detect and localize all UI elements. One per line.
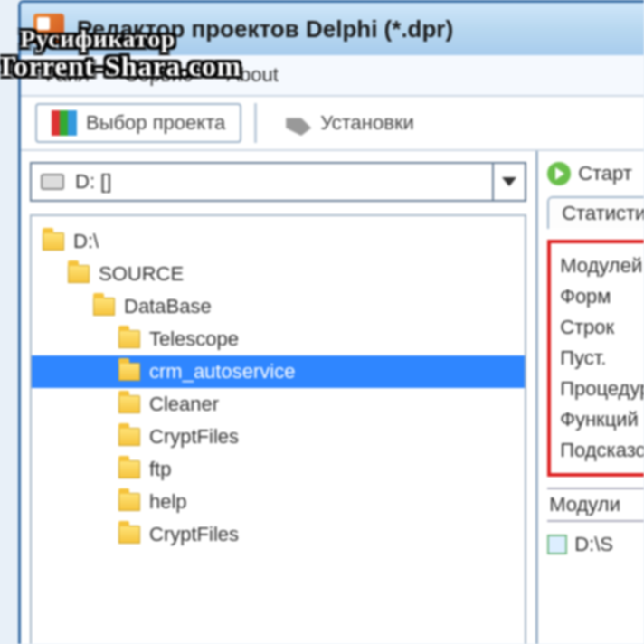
chevron-down-icon[interactable] (492, 164, 525, 200)
chart-bars-icon (52, 110, 77, 136)
folder-icon (118, 395, 140, 413)
tab-statistics[interactable]: Статистика (547, 196, 644, 229)
folder-icon (118, 493, 140, 511)
play-icon (547, 162, 571, 185)
module-path-row[interactable]: D:\S (547, 533, 644, 556)
tree-item-label: CryptFiles (149, 523, 239, 546)
select-project-button[interactable]: Выбор проекта (35, 103, 242, 143)
tree-item[interactable]: SOURCE (32, 258, 525, 290)
tree-item-label: ftp (149, 458, 171, 481)
folder-icon (118, 460, 140, 478)
select-project-label: Выбор проекта (86, 111, 225, 135)
tree-item-label: SOURCE (99, 262, 184, 286)
settings-label: Установки (320, 111, 414, 135)
tree-item-label: Telescope (149, 327, 239, 351)
tab-bar: Статистика (547, 196, 644, 229)
folder-icon (118, 526, 140, 544)
tree-item[interactable]: Cleaner (32, 388, 525, 421)
tree-item-label: Cleaner (149, 393, 219, 416)
stat-row: Подсказок (560, 435, 644, 466)
tree-item-label: help (149, 490, 187, 514)
folder-tree[interactable]: D:\SOURCEDataBaseTelescopecrm_autoservic… (30, 214, 526, 644)
module-icon (547, 535, 567, 554)
tree-item[interactable]: DataBase (32, 290, 525, 323)
stat-row: Пуст. (560, 343, 644, 374)
start-button[interactable]: Старт (547, 162, 644, 185)
left-pane: D: [] D:\SOURCEDataBaseTelescopecrm_auto… (21, 151, 538, 644)
tree-item-label: DataBase (124, 295, 212, 318)
watermark-overlay: Русификатор Torrent-Shara.com (0, 25, 242, 82)
tree-item[interactable]: CryptFiles (32, 518, 525, 551)
drive-label: D: [] (75, 170, 111, 194)
app-window: Редактор проектов Delphi (*.dpr) Файл Се… (18, 0, 644, 644)
toolbar: Выбор проекта Установки Project: (21, 95, 644, 151)
right-pane: Старт Статистика МодулейФормСтрокПуст.Пр… (538, 151, 644, 644)
tree-item-label: D:\ (73, 230, 99, 253)
tree-item[interactable]: crm_autoservice (32, 355, 525, 388)
tree-item[interactable]: D:\ (32, 225, 525, 258)
tree-item[interactable]: CryptFiles (32, 421, 525, 453)
folder-icon (93, 298, 115, 316)
tree-item[interactable]: ftp (32, 453, 525, 486)
folder-icon (118, 428, 140, 446)
start-label: Старт (578, 162, 632, 185)
watermark-line1: Русификатор (0, 25, 242, 52)
watermark-line2: Torrent-Shara.com (0, 52, 242, 82)
stat-row: Модулей (560, 251, 644, 281)
folder-icon (43, 232, 64, 251)
module-path-text: D:\S (574, 533, 613, 556)
content-area: D: [] D:\SOURCEDataBaseTelescopecrm_auto… (21, 151, 644, 644)
stat-row: Форм (560, 281, 644, 312)
stat-row: Процедур (560, 374, 644, 404)
tree-item[interactable]: Telescope (32, 323, 525, 355)
folder-icon (118, 363, 140, 381)
folder-icon (68, 265, 90, 283)
toolbar-separator (254, 103, 257, 143)
tree-item-label: CryptFiles (149, 425, 239, 449)
folder-icon (118, 330, 140, 348)
stat-row: Функций (560, 404, 644, 435)
drive-select[interactable]: D: [] (30, 162, 526, 202)
settings-button[interactable]: Установки (270, 103, 431, 143)
stat-row: Строк (560, 312, 644, 343)
tree-item[interactable]: help (32, 486, 525, 518)
modules-header: Модули (547, 488, 644, 522)
tree-item-label: crm_autoservice (149, 360, 295, 384)
wrench-icon (286, 110, 311, 136)
drive-icon (41, 174, 64, 190)
stats-box: МодулейФормСтрокПуст.ПроцедурФункцийПодс… (547, 240, 644, 477)
